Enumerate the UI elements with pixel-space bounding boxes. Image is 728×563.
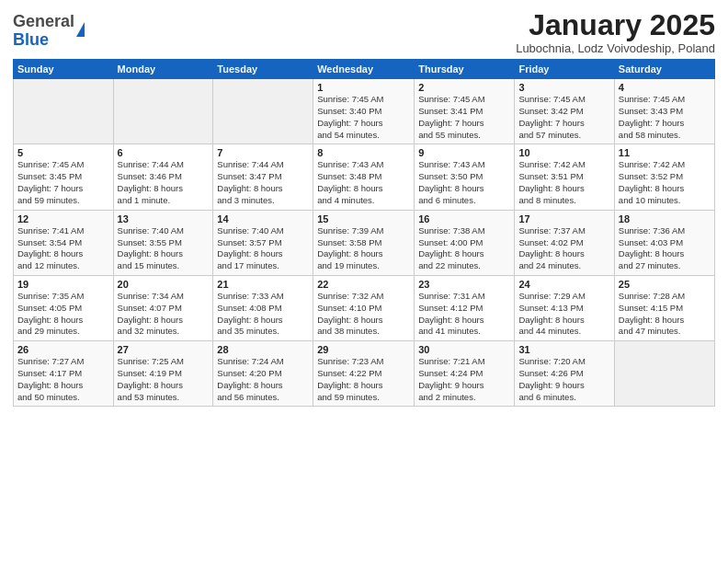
day-number: 4 [619, 82, 711, 93]
calendar-cell: 3Sunrise: 7:45 AM Sunset: 3:42 PM Daylig… [515, 79, 614, 144]
calendar-cell: 30Sunrise: 7:21 AM Sunset: 4:24 PM Dayli… [415, 341, 515, 407]
calendar-cell: 18Sunrise: 7:36 AM Sunset: 4:03 PM Dayli… [614, 210, 714, 275]
calendar-cell [14, 79, 114, 144]
day-info: Sunrise: 7:23 AM Sunset: 4:22 PM Dayligh… [317, 356, 410, 403]
day-number: 31 [518, 344, 609, 355]
header-friday: Friday [515, 60, 614, 79]
day-number: 5 [17, 147, 109, 158]
day-info: Sunrise: 7:40 AM Sunset: 3:57 PM Dayligh… [217, 225, 309, 272]
day-info: Sunrise: 7:42 AM Sunset: 3:51 PM Dayligh… [518, 159, 609, 206]
calendar-week-2: 5Sunrise: 7:45 AM Sunset: 3:45 PM Daylig… [14, 144, 715, 210]
day-number: 25 [619, 279, 711, 290]
day-info: Sunrise: 7:36 AM Sunset: 4:03 PM Dayligh… [619, 225, 711, 272]
day-number: 18 [619, 213, 711, 224]
day-number: 7 [217, 147, 309, 158]
subtitle: Lubochnia, Lodz Voivodeship, Poland [516, 41, 715, 55]
logo: General Blue [13, 13, 85, 50]
calendar-cell: 26Sunrise: 7:27 AM Sunset: 4:17 PM Dayli… [14, 341, 114, 407]
day-number: 3 [518, 82, 609, 93]
calendar-cell: 8Sunrise: 7:43 AM Sunset: 3:48 PM Daylig… [313, 144, 415, 210]
day-info: Sunrise: 7:45 AM Sunset: 3:43 PM Dayligh… [619, 94, 711, 141]
day-number: 20 [118, 279, 210, 290]
calendar-cell: 29Sunrise: 7:23 AM Sunset: 4:22 PM Dayli… [313, 341, 415, 407]
day-number: 2 [418, 82, 510, 93]
day-info: Sunrise: 7:37 AM Sunset: 4:02 PM Dayligh… [518, 225, 609, 272]
title-block: January 2025 Lubochnia, Lodz Voivodeship… [516, 9, 715, 55]
calendar-cell: 27Sunrise: 7:25 AM Sunset: 4:19 PM Dayli… [113, 341, 213, 407]
day-info: Sunrise: 7:28 AM Sunset: 4:15 PM Dayligh… [619, 291, 711, 338]
page-container: General Blue January 2025 Lubochnia, Lod… [0, 0, 728, 412]
header: General Blue January 2025 Lubochnia, Lod… [13, 9, 715, 55]
day-info: Sunrise: 7:43 AM Sunset: 3:48 PM Dayligh… [317, 159, 410, 206]
day-number: 22 [317, 279, 410, 290]
day-info: Sunrise: 7:44 AM Sunset: 3:46 PM Dayligh… [118, 159, 210, 206]
calendar-cell: 15Sunrise: 7:39 AM Sunset: 3:58 PM Dayli… [313, 210, 415, 275]
logo-blue: Blue [13, 30, 49, 49]
day-number: 11 [619, 147, 711, 158]
calendar-week-1: 1Sunrise: 7:45 AM Sunset: 3:40 PM Daylig… [14, 79, 715, 144]
day-number: 28 [217, 344, 309, 355]
calendar-cell: 12Sunrise: 7:41 AM Sunset: 3:54 PM Dayli… [14, 210, 114, 275]
day-info: Sunrise: 7:31 AM Sunset: 4:12 PM Dayligh… [418, 291, 510, 338]
day-info: Sunrise: 7:45 AM Sunset: 3:41 PM Dayligh… [418, 94, 510, 141]
day-info: Sunrise: 7:39 AM Sunset: 3:58 PM Dayligh… [317, 225, 410, 272]
day-info: Sunrise: 7:27 AM Sunset: 4:17 PM Dayligh… [17, 356, 109, 403]
day-info: Sunrise: 7:33 AM Sunset: 4:08 PM Dayligh… [217, 291, 309, 338]
calendar-week-5: 26Sunrise: 7:27 AM Sunset: 4:17 PM Dayli… [14, 341, 715, 407]
day-number: 12 [17, 213, 109, 224]
day-number: 17 [518, 213, 609, 224]
calendar-cell: 17Sunrise: 7:37 AM Sunset: 4:02 PM Dayli… [515, 210, 614, 275]
day-number: 13 [118, 213, 210, 224]
weekday-header-row: Sunday Monday Tuesday Wednesday Thursday… [14, 60, 715, 79]
day-info: Sunrise: 7:38 AM Sunset: 4:00 PM Dayligh… [418, 225, 510, 272]
day-number: 14 [217, 213, 309, 224]
header-wednesday: Wednesday [313, 60, 415, 79]
day-number: 24 [518, 279, 609, 290]
header-saturday: Saturday [614, 60, 714, 79]
calendar-cell: 10Sunrise: 7:42 AM Sunset: 3:51 PM Dayli… [515, 144, 614, 210]
day-number: 19 [17, 279, 109, 290]
day-info: Sunrise: 7:24 AM Sunset: 4:20 PM Dayligh… [217, 356, 309, 403]
calendar-cell: 14Sunrise: 7:40 AM Sunset: 3:57 PM Dayli… [213, 210, 313, 275]
calendar: Sunday Monday Tuesday Wednesday Thursday… [13, 59, 715, 407]
calendar-cell: 28Sunrise: 7:24 AM Sunset: 4:20 PM Dayli… [213, 341, 313, 407]
day-number: 16 [418, 213, 510, 224]
day-info: Sunrise: 7:44 AM Sunset: 3:47 PM Dayligh… [217, 159, 309, 206]
day-number: 6 [118, 147, 210, 158]
calendar-cell [213, 79, 313, 144]
calendar-week-4: 19Sunrise: 7:35 AM Sunset: 4:05 PM Dayli… [14, 275, 715, 340]
calendar-cell: 9Sunrise: 7:43 AM Sunset: 3:50 PM Daylig… [415, 144, 515, 210]
logo-general: General [13, 12, 74, 30]
day-number: 27 [118, 344, 210, 355]
calendar-cell: 13Sunrise: 7:40 AM Sunset: 3:55 PM Dayli… [113, 210, 213, 275]
day-number: 29 [317, 344, 410, 355]
calendar-cell: 22Sunrise: 7:32 AM Sunset: 4:10 PM Dayli… [313, 275, 415, 340]
day-number: 21 [217, 279, 309, 290]
calendar-cell: 25Sunrise: 7:28 AM Sunset: 4:15 PM Dayli… [614, 275, 714, 340]
calendar-cell: 7Sunrise: 7:44 AM Sunset: 3:47 PM Daylig… [213, 144, 313, 210]
calendar-cell: 16Sunrise: 7:38 AM Sunset: 4:00 PM Dayli… [415, 210, 515, 275]
calendar-cell: 19Sunrise: 7:35 AM Sunset: 4:05 PM Dayli… [14, 275, 114, 340]
day-number: 9 [418, 147, 510, 158]
day-info: Sunrise: 7:25 AM Sunset: 4:19 PM Dayligh… [118, 356, 210, 403]
month-title: January 2025 [516, 9, 715, 41]
calendar-cell: 5Sunrise: 7:45 AM Sunset: 3:45 PM Daylig… [14, 144, 114, 210]
day-info: Sunrise: 7:45 AM Sunset: 3:45 PM Dayligh… [17, 159, 109, 206]
header-tuesday: Tuesday [213, 60, 313, 79]
day-info: Sunrise: 7:40 AM Sunset: 3:55 PM Dayligh… [118, 225, 210, 272]
day-info: Sunrise: 7:45 AM Sunset: 3:40 PM Dayligh… [317, 94, 410, 141]
day-number: 26 [17, 344, 109, 355]
day-info: Sunrise: 7:21 AM Sunset: 4:24 PM Dayligh… [418, 356, 510, 403]
calendar-cell: 1Sunrise: 7:45 AM Sunset: 3:40 PM Daylig… [313, 79, 415, 144]
day-info: Sunrise: 7:34 AM Sunset: 4:07 PM Dayligh… [118, 291, 210, 338]
calendar-cell: 31Sunrise: 7:20 AM Sunset: 4:26 PM Dayli… [515, 341, 614, 407]
calendar-cell: 21Sunrise: 7:33 AM Sunset: 4:08 PM Dayli… [213, 275, 313, 340]
day-info: Sunrise: 7:43 AM Sunset: 3:50 PM Dayligh… [418, 159, 510, 206]
day-number: 8 [317, 147, 410, 158]
calendar-cell: 23Sunrise: 7:31 AM Sunset: 4:12 PM Dayli… [415, 275, 515, 340]
day-info: Sunrise: 7:29 AM Sunset: 4:13 PM Dayligh… [518, 291, 609, 338]
day-info: Sunrise: 7:20 AM Sunset: 4:26 PM Dayligh… [518, 356, 609, 403]
calendar-cell: 2Sunrise: 7:45 AM Sunset: 3:41 PM Daylig… [415, 79, 515, 144]
day-number: 1 [317, 82, 410, 93]
day-info: Sunrise: 7:42 AM Sunset: 3:52 PM Dayligh… [619, 159, 711, 206]
